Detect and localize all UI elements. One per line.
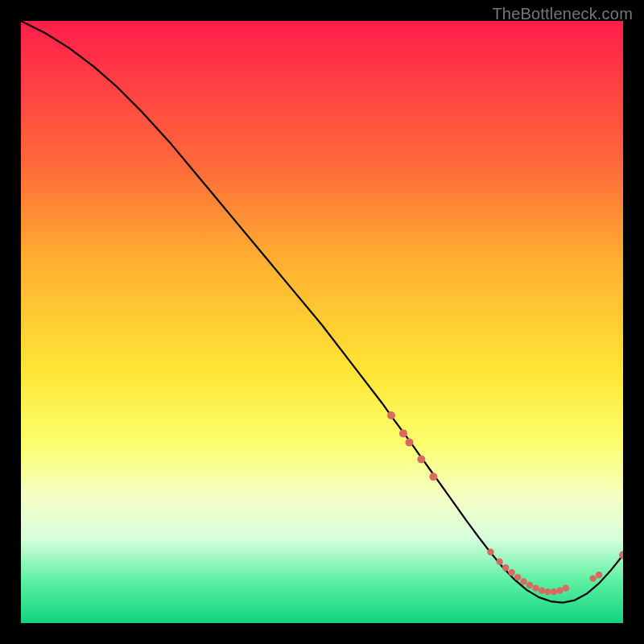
curve-marker <box>496 559 502 565</box>
curve-marker <box>387 411 395 419</box>
curve-marker <box>526 582 533 588</box>
curve-marker <box>417 456 425 464</box>
curve-marker <box>563 584 569 591</box>
curve-marker <box>544 588 551 595</box>
app-stage: TheBottleneck.com <box>0 0 644 644</box>
curve-marker <box>514 574 521 580</box>
curve-marker <box>508 569 514 576</box>
curve-marker <box>399 429 407 437</box>
curve-marker <box>520 578 526 584</box>
curve-marker <box>551 588 557 595</box>
watermark-label: TheBottleneck.com <box>492 5 633 23</box>
curve-marker <box>532 584 539 591</box>
curve-marker <box>539 587 545 593</box>
curve-marker <box>405 439 413 447</box>
chart-frame <box>21 21 623 623</box>
curve-marker <box>502 564 509 571</box>
curve-marker <box>589 575 596 581</box>
curve-marker <box>487 549 493 555</box>
curve-marker <box>556 587 563 593</box>
gradient-background <box>21 21 623 623</box>
curve-marker <box>429 473 437 481</box>
curve-marker <box>596 572 602 578</box>
bottleneck-chart <box>21 21 623 623</box>
